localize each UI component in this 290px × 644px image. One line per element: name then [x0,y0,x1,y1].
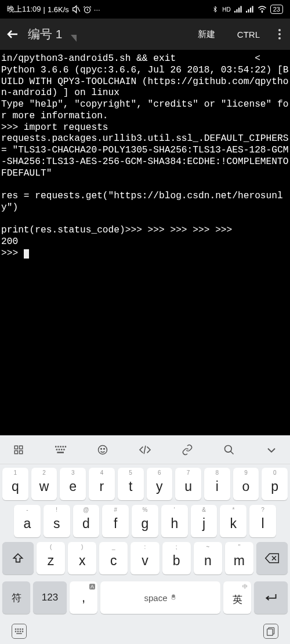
key-r[interactable]: 4r [89,468,115,500]
space-key[interactable]: space [100,581,220,614]
key-p[interactable]: 0p [262,468,288,500]
keyboard-row-3: (z)x_c:v;b~n"m [2,542,288,574]
key-q[interactable]: 1q [2,468,28,500]
status-bar: 晚上11:09 | 1.6K/s ··· HD 23 [0,0,290,19]
svg-rect-36 [22,631,23,632]
keyboard-switch-icon[interactable] [12,624,27,639]
key-i[interactable]: 8i [204,468,230,500]
key-c[interactable]: _c [99,542,128,574]
signal-icon-2 [246,6,254,13]
ctrl-button[interactable]: CTRL [230,30,267,39]
svg-rect-17 [60,446,61,447]
key-n[interactable]: ~n [194,542,222,574]
collapse-icon[interactable] [263,442,280,458]
key-d[interactable]: @d [73,505,100,537]
key-b[interactable]: ;b [162,542,191,574]
comma-key[interactable]: A , [70,581,97,614]
alarm-icon [83,5,92,14]
bluetooth-icon [212,5,219,13]
keyboard-toolbar [0,435,290,464]
svg-rect-34 [17,631,19,632]
svg-rect-30 [17,628,19,630]
code-icon[interactable] [137,442,153,458]
svg-rect-33 [15,631,16,632]
key-a[interactable]: -a [14,505,41,537]
app-header: 编号 1 新建 CTRL [0,19,290,50]
svg-rect-31 [20,628,21,630]
new-button[interactable]: 新建 [191,29,222,40]
key-t[interactable]: 5t [118,468,144,500]
svg-point-27 [104,448,105,449]
key-y[interactable]: 6y [147,468,173,500]
key-o[interactable]: 9o [233,468,259,500]
keyboard-bottom-row: 符 123 A , space 中 英 [0,581,290,618]
svg-point-25 [99,445,107,454]
shift-key[interactable] [2,542,34,574]
key-f[interactable]: #f [102,505,129,537]
key-j[interactable]: &j [191,505,217,537]
svg-rect-21 [58,449,60,450]
enter-key[interactable] [254,581,288,614]
tab-dropdown-icon[interactable] [71,35,77,42]
svg-rect-24 [57,452,64,453]
status-speed: 1.6K/s [48,5,69,14]
key-s[interactable]: !s [44,505,70,537]
signal-icon [234,6,242,13]
hd-icon: HD [222,6,230,13]
search-icon[interactable] [221,442,237,458]
mute-icon [71,5,81,14]
status-right: HD 23 [212,5,283,14]
svg-point-10 [262,12,262,12]
svg-rect-15 [55,446,57,447]
symbol-key[interactable]: 符 [2,581,30,614]
key-k[interactable]: *k [220,505,246,537]
status-time: 晚上11:09 [7,4,41,14]
backspace-key[interactable] [256,542,288,574]
back-button[interactable] [6,27,20,41]
svg-rect-14 [20,450,23,453]
svg-rect-18 [62,446,64,447]
key-x[interactable]: )x [68,542,96,574]
number-key[interactable]: 123 [33,581,67,614]
key-w[interactable]: 2w [31,468,57,500]
keyboard-layout-icon[interactable] [53,442,69,458]
grid-icon[interactable] [10,442,27,458]
key-e[interactable]: 3e [60,468,86,500]
key-v[interactable]: :v [130,542,159,574]
clipboard-icon[interactable] [263,624,278,639]
language-key[interactable]: 中 英 [223,581,251,614]
more-menu-button[interactable] [275,29,284,39]
cursor [24,249,29,259]
battery-icon: 23 [270,5,283,14]
svg-rect-11 [14,446,17,449]
svg-point-28 [225,445,232,452]
keyboard-row-2: -a!s@d#f%g'h&j*k?l [2,505,288,537]
key-g[interactable]: %g [132,505,158,537]
svg-rect-9 [252,6,253,12]
svg-rect-16 [57,446,59,447]
emoji-icon[interactable] [95,442,111,458]
svg-rect-20 [56,449,57,450]
status-left: 晚上11:09 | 1.6K/s ··· [7,4,100,14]
link-icon[interactable] [179,442,195,458]
svg-point-26 [101,448,102,449]
svg-rect-8 [250,8,251,12]
key-m[interactable]: "m [225,542,253,574]
wifi-icon [258,6,267,13]
key-h[interactable]: 'h [161,505,188,537]
key-z[interactable]: (z [37,542,65,574]
svg-rect-19 [64,446,66,447]
terminal-output[interactable]: in/qpython3-android5.sh && exit < Python… [0,50,290,398]
key-l[interactable]: ?l [249,505,276,537]
svg-rect-6 [246,11,247,13]
keyboard: 1q2w3e4r5t6y7u8i9o0p -a!s@d#f%g'h&j*k?l … [0,435,290,644]
key-u[interactable]: 7u [175,468,201,500]
svg-rect-23 [63,449,65,450]
more-dots: ··· [94,5,100,14]
tab-title[interactable]: 编号 1 [28,26,63,42]
svg-rect-29 [15,628,16,630]
svg-line-0 [77,7,79,12]
svg-rect-3 [236,9,237,13]
svg-rect-12 [20,446,23,449]
svg-rect-4 [238,8,240,12]
